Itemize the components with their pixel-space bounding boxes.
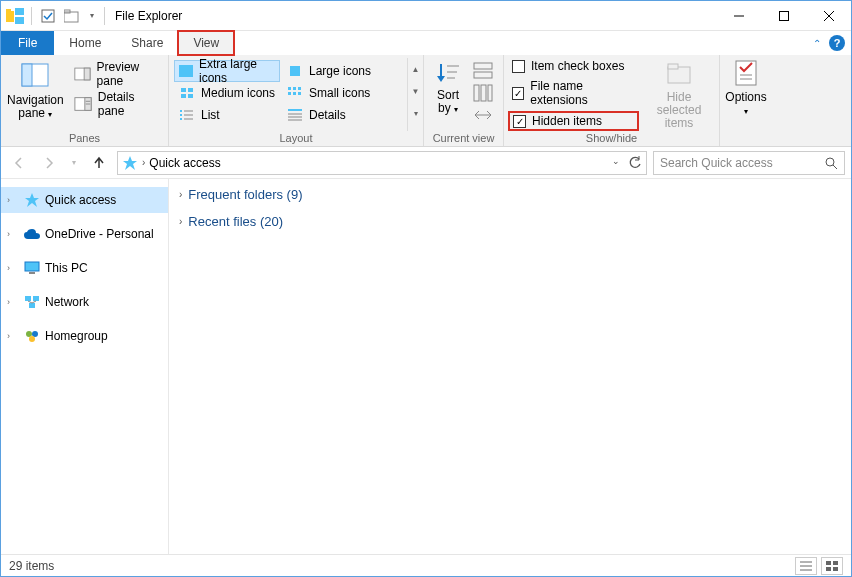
sort-icon: [434, 59, 462, 87]
svg-rect-28: [288, 92, 291, 95]
refresh-button[interactable]: [628, 156, 642, 170]
this-pc-icon: [23, 259, 41, 277]
layout-scroll-down[interactable]: ▼: [408, 80, 423, 102]
maximize-button[interactable]: [761, 1, 806, 30]
options-button[interactable]: Options▾: [725, 57, 766, 118]
svg-point-66: [32, 331, 38, 337]
quick-access-star-icon: [122, 155, 138, 171]
svg-rect-26: [293, 87, 296, 90]
tree-item-label: Network: [45, 295, 89, 309]
status-bar: 29 items: [1, 554, 851, 576]
expand-arrow-icon[interactable]: ›: [7, 229, 19, 239]
expand-arrow-icon[interactable]: ›: [7, 297, 19, 307]
hide-selected-items-button[interactable]: Hide selected items: [645, 59, 713, 131]
tab-file[interactable]: File: [1, 31, 54, 55]
address-location-label: Quick access: [149, 156, 220, 170]
layout-details[interactable]: Details: [282, 104, 388, 126]
tab-home[interactable]: Home: [54, 31, 116, 55]
recent-locations-button[interactable]: ▾: [67, 151, 81, 175]
expand-arrow-icon[interactable]: ›: [7, 263, 19, 273]
navigation-pane-button[interactable]: Navigation pane ▾: [7, 58, 64, 121]
help-icon[interactable]: ?: [829, 35, 845, 51]
expand-arrow-icon[interactable]: ›: [7, 331, 19, 341]
section-recent-files[interactable]: › Recent files (20): [179, 214, 841, 229]
tree-this-pc[interactable]: › This PC: [1, 255, 168, 281]
ribbon-right-controls: ⌃ ?: [813, 31, 845, 55]
address-root[interactable]: ›: [122, 155, 145, 171]
preview-pane-label: Preview pane: [97, 60, 158, 88]
layout-gallery-scroll: ▲ ▼ ▾: [407, 58, 423, 131]
layout-group-label: Layout: [169, 131, 423, 146]
svg-rect-59: [29, 272, 35, 274]
tree-homegroup[interactable]: › Homegroup: [1, 323, 168, 349]
tree-network[interactable]: › Network: [1, 289, 168, 315]
expand-arrow-icon[interactable]: ›: [7, 195, 19, 205]
svg-rect-27: [298, 87, 301, 90]
sort-by-button[interactable]: Sort by ▾: [430, 57, 466, 131]
search-icon: [824, 156, 838, 170]
app-icon: [5, 6, 25, 26]
hide-selected-label: Hide selected items: [645, 91, 713, 130]
layout-small-icons[interactable]: Small icons: [282, 82, 388, 104]
back-button[interactable]: [7, 151, 31, 175]
layout-extra-large-icons[interactable]: Extra large icons: [174, 60, 280, 82]
view-mode-thumbnails-button[interactable]: [821, 557, 843, 575]
layout-scroll-up[interactable]: ▲: [408, 58, 423, 80]
layout-gallery-expand[interactable]: ▾: [408, 102, 423, 124]
file-name-extensions-toggle[interactable]: ✓ File name extensions: [510, 79, 637, 107]
svg-rect-23: [181, 94, 186, 98]
svg-line-64: [32, 301, 36, 303]
svg-rect-19: [179, 65, 193, 77]
svg-rect-73: [826, 567, 831, 571]
add-columns-button[interactable]: [472, 83, 494, 103]
qat-dropdown-icon[interactable]: ▾: [86, 6, 98, 26]
svg-rect-47: [474, 85, 479, 101]
svg-rect-31: [180, 110, 182, 112]
hidden-items-toggle[interactable]: ✓ Hidden items: [510, 113, 637, 129]
svg-point-56: [826, 158, 834, 166]
close-button[interactable]: [806, 1, 851, 30]
quick-access-star-icon: [23, 191, 41, 209]
minimize-button[interactable]: [716, 1, 761, 30]
options-label: Options▾: [725, 91, 766, 118]
svg-rect-74: [833, 567, 838, 571]
section-frequent-folders[interactable]: › Frequent folders (9): [179, 187, 841, 202]
forward-button[interactable]: [37, 151, 61, 175]
file-explorer-window: ▾ File Explorer File Home Share View ⌃ ?…: [0, 0, 852, 577]
layout-item-label: Small icons: [309, 86, 370, 100]
properties-icon[interactable]: [38, 6, 58, 26]
address-dropdown-button[interactable]: ⌄: [608, 156, 624, 170]
frequent-folders-label: Frequent folders (9): [188, 187, 302, 202]
svg-rect-29: [293, 92, 296, 95]
up-button[interactable]: [87, 151, 111, 175]
ribbon-group-panes: Navigation pane ▾ Preview pane Details p…: [1, 55, 169, 146]
layout-medium-icons[interactable]: Medium icons: [174, 82, 280, 104]
group-by-button[interactable]: [472, 61, 494, 81]
sort-by-label: Sort by ▾: [437, 89, 459, 116]
svg-rect-62: [29, 303, 35, 308]
new-folder-icon[interactable]: [62, 6, 82, 26]
address-segment-quick-access[interactable]: Quick access: [149, 156, 220, 170]
view-mode-details-button[interactable]: [795, 557, 817, 575]
tree-onedrive[interactable]: › OneDrive - Personal: [1, 221, 168, 247]
tab-view[interactable]: View: [178, 31, 234, 55]
details-icon: [286, 107, 304, 123]
layout-large-icons[interactable]: Large icons: [282, 60, 388, 82]
details-pane-button[interactable]: Details pane: [70, 94, 162, 114]
tab-share[interactable]: Share: [116, 31, 178, 55]
recent-files-label: Recent files (20): [188, 214, 283, 229]
layout-list[interactable]: List: [174, 104, 280, 126]
layout-item-label: Medium icons: [201, 86, 275, 100]
size-columns-button[interactable]: [472, 105, 494, 125]
navigation-tree: › Quick access › OneDrive - Personal › T…: [1, 179, 169, 554]
preview-pane-button[interactable]: Preview pane: [70, 64, 162, 84]
checkbox-icon: ✓: [513, 115, 526, 128]
collapse-ribbon-icon[interactable]: ⌃: [813, 38, 821, 49]
svg-rect-52: [668, 64, 678, 69]
svg-rect-71: [826, 561, 831, 565]
item-check-boxes-toggle[interactable]: Item check boxes: [510, 59, 637, 73]
tree-quick-access[interactable]: › Quick access: [1, 187, 168, 213]
search-box[interactable]: Search Quick access: [653, 151, 845, 175]
address-bar[interactable]: › Quick access ⌄: [117, 151, 647, 175]
svg-rect-1: [6, 9, 11, 13]
